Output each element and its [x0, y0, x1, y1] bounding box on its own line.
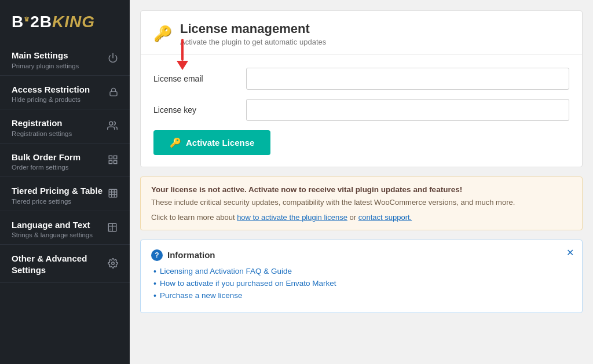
logo-b2b: B♛2B [12, 13, 52, 31]
list-item: Purchase a new license [153, 291, 572, 300]
svg-rect-6 [114, 160, 117, 163]
users-icon [107, 120, 118, 134]
sidebar-item-tiered-pricing-sub: Tiered price settings [12, 198, 103, 205]
sidebar-item-main-settings-title: Main Settings [12, 50, 79, 61]
info-box: ? Information ✕ Licensing and Activation… [140, 240, 583, 313]
list-item: How to activate if you purchased on Enva… [153, 279, 572, 288]
logo-area: B♛2BKING [0, 0, 130, 42]
sidebar-item-access-restriction-title: Access Restriction [12, 84, 90, 95]
button-key-icon: 🔑 [170, 137, 181, 148]
sidebar-item-bulk-order-sub: Order form settings [12, 164, 80, 171]
license-management-card: 🔑 License management Activate the plugin… [140, 10, 583, 167]
info-box-list: Licensing and Activation FAQ & Guide How… [151, 267, 572, 300]
sidebar-item-tiered-pricing[interactable]: Tiered Pricing & Table Tiered price sett… [0, 177, 130, 211]
power-icon [108, 53, 118, 66]
lock-icon [109, 87, 118, 100]
envato-market-link[interactable]: How to activate if you purchased on Enva… [160, 279, 336, 288]
sidebar-nav: Main Settings Primary plugin settings Ac… [0, 42, 130, 364]
activate-license-link[interactable]: how to activate the plugin license [237, 213, 347, 222]
faq-guide-link[interactable]: Licensing and Activation FAQ & Guide [160, 267, 292, 275]
sidebar-item-language-sub: Strings & language settings [12, 231, 93, 238]
language-icon: A [107, 222, 118, 236]
sidebar-item-language-title: Language and Text [12, 219, 93, 231]
license-key-label: License key [153, 105, 246, 115]
license-email-label: License email [153, 74, 246, 83]
svg-point-2 [109, 122, 113, 126]
warning-notice: Your license is not active. Activate now… [140, 177, 583, 230]
main-content: 🔑 License management Activate the plugin… [130, 0, 593, 364]
card-body: License email License key 🔑 Activate Lic… [141, 55, 582, 167]
warning-body: These include critical security updates,… [151, 197, 572, 208]
info-box-header: ? Information [151, 249, 572, 261]
info-box-title: Information [167, 250, 215, 260]
card-header: 🔑 License management Activate the plugin… [141, 11, 582, 55]
activate-button-label: Activate License [186, 138, 254, 148]
logo: B♛2BKING [12, 13, 95, 31]
sidebar-item-access-restriction-sub: Hide pricing & products [12, 96, 90, 103]
info-box-close-button[interactable]: ✕ [566, 247, 574, 258]
sidebar-item-main-settings-sub: Primary plugin settings [12, 62, 79, 69]
card-header-text: License management Activate the plugin t… [180, 21, 326, 46]
info-icon: ? [151, 249, 163, 261]
sidebar-item-other-title: Other & Advanced Settings [12, 253, 108, 275]
svg-rect-5 [109, 160, 112, 163]
key-icon: 🔑 [153, 25, 172, 43]
contact-support-link[interactable]: contact support. [358, 213, 412, 222]
gear-icon [108, 258, 118, 271]
activate-license-button[interactable]: 🔑 Activate License [153, 130, 270, 155]
sidebar-item-access-restriction[interactable]: Access Restriction Hide pricing & produc… [0, 76, 130, 110]
table-icon [108, 188, 118, 201]
svg-rect-3 [109, 156, 112, 159]
svg-rect-1 [110, 91, 117, 95]
sidebar-item-registration-title: Registration [12, 117, 72, 129]
license-email-row: License email [153, 68, 569, 90]
card-subtitle: Activate the plugin to get automatic upd… [180, 38, 326, 46]
sidebar-item-other-advanced[interactable]: Other & Advanced Settings [0, 245, 130, 283]
logo-king: KING [52, 13, 95, 31]
sidebar: B♛2BKING Main Settings Primary plugin se… [0, 0, 130, 364]
license-key-input[interactable] [246, 99, 569, 121]
sidebar-item-bulk-order-title: Bulk Order Form [12, 152, 80, 163]
warning-or: or [347, 213, 358, 222]
card-title: License management [180, 21, 326, 36]
svg-point-16 [112, 262, 115, 265]
warning-title: Your license is not active. Activate now… [151, 185, 572, 194]
license-email-input[interactable] [246, 68, 569, 90]
license-key-row: License key [153, 99, 569, 121]
sidebar-item-language-text[interactable]: Language and Text Strings & language set… [0, 211, 130, 245]
svg-rect-7 [109, 190, 117, 198]
warning-prefix: Click to learn more about [151, 213, 237, 222]
svg-rect-4 [114, 156, 117, 159]
svg-text:A: A [109, 228, 112, 231]
sidebar-item-registration[interactable]: Registration Registration settings [0, 109, 130, 144]
purchase-license-link[interactable]: Purchase a new license [160, 291, 243, 300]
sidebar-item-registration-sub: Registration settings [12, 130, 72, 137]
sidebar-item-tiered-pricing-title: Tiered Pricing & Table [12, 185, 103, 197]
warning-links: Click to learn more about how to activat… [151, 213, 572, 222]
grid-icon [108, 155, 118, 168]
sidebar-item-bulk-order[interactable]: Bulk Order Form Order form settings [0, 144, 130, 178]
sidebar-item-main-settings[interactable]: Main Settings Primary plugin settings [0, 42, 130, 76]
list-item: Licensing and Activation FAQ & Guide [153, 267, 572, 276]
